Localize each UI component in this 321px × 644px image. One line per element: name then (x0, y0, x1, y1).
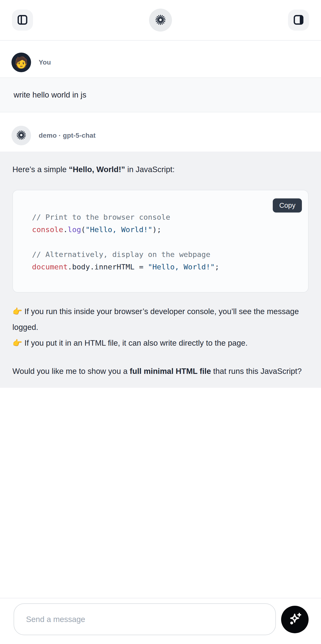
tip-line: 👉 If you run this inside your browser’s … (12, 304, 309, 335)
code-line: console.log("Hello, World!"); (32, 223, 299, 236)
starburst-icon (155, 14, 166, 26)
question-bold-text: full minimal HTML file (130, 367, 211, 376)
person-emoji: 🧑 (14, 57, 28, 68)
app-logo-button[interactable] (149, 8, 172, 32)
code-line (32, 236, 299, 248)
assistant-role-label: demo · gpt-5-chat (39, 132, 95, 139)
tip-line: 👉 If you put it in an HTML file, it can … (12, 335, 309, 351)
starburst-icon (16, 130, 26, 141)
user-message-text: write hello world in js (13, 90, 86, 99)
sparkle-icon (287, 611, 303, 628)
code-content: // Print to the browser consoleconsole.l… (32, 211, 299, 273)
panel-right-icon (293, 14, 305, 26)
toggle-left-sidebar-button[interactable] (12, 10, 33, 30)
assistant-message: Here’s a simple “Hello, World!” in JavaS… (0, 152, 321, 388)
assistant-message-header: demo · gpt-5-chat (0, 112, 321, 152)
message-input[interactable] (13, 603, 276, 635)
user-role-label: You (39, 58, 51, 66)
copy-code-button[interactable]: Copy (273, 198, 302, 212)
intro-text: in JavaScript: (125, 165, 175, 174)
assistant-intro: Here’s a simple “Hello, World!” in JavaS… (12, 162, 309, 177)
assistant-tips: 👉 If you run this inside your browser’s … (12, 304, 309, 351)
chat-app: 🧑 You write hello world in js demo · gpt… (0, 0, 321, 644)
user-message-header: 🧑 You (0, 41, 321, 78)
code-line: // Print to the browser console (32, 211, 299, 223)
header (0, 0, 321, 41)
empty-chat-space (0, 388, 321, 598)
code-line: document.body.innerHTML = "Hello, World!… (32, 260, 299, 273)
toggle-right-sidebar-button[interactable] (288, 10, 309, 30)
question-text: Would you like me to show you a (12, 367, 130, 376)
assistant-avatar (11, 126, 31, 145)
send-button[interactable] (281, 606, 309, 633)
code-block: Copy // Print to the browser consolecons… (12, 190, 309, 292)
user-avatar: 🧑 (11, 52, 31, 72)
assistant-question: Would you like me to show you a full min… (12, 363, 309, 379)
intro-text: Here’s a simple (12, 165, 69, 174)
panel-left-icon (16, 14, 28, 26)
intro-bold-text: “Hello, World!” (69, 165, 125, 174)
code-line: // Alternatively, display on the webpage (32, 248, 299, 260)
user-message: write hello world in js (0, 78, 321, 112)
question-text: that runs this JavaScript? (211, 367, 302, 376)
composer-bar (0, 598, 321, 644)
